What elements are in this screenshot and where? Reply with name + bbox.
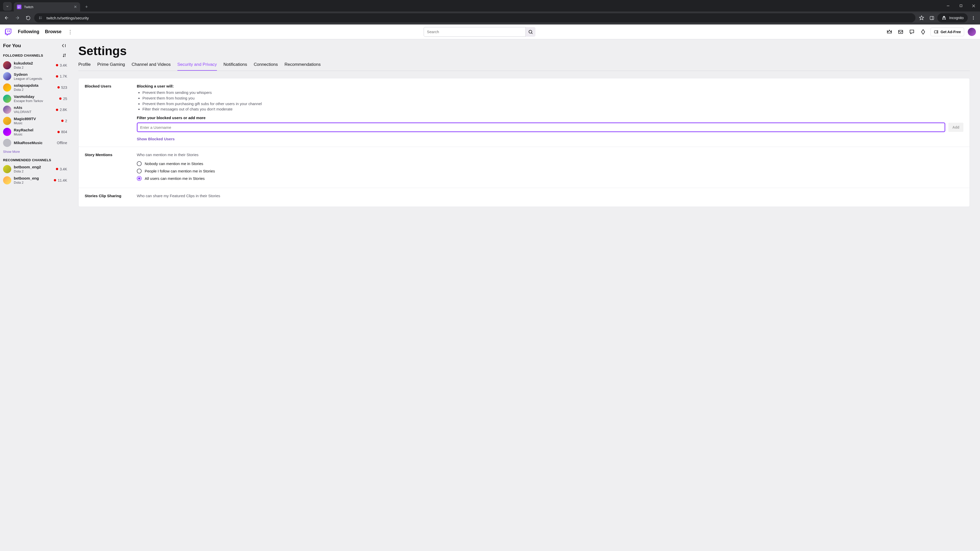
sidebar-collapse-button[interactable] xyxy=(60,42,67,49)
window-maximize-button[interactable] xyxy=(955,0,967,11)
channel-row[interactable]: nAts VALORANT 2.8K xyxy=(3,104,68,115)
prime-loot-icon[interactable] xyxy=(886,28,893,36)
settings-tab-row: ProfilePrime GamingChannel and VideosSec… xyxy=(78,59,970,71)
window-minimize-button[interactable] xyxy=(942,0,955,11)
channel-row[interactable]: solapsapdota Dota 2 523 xyxy=(3,82,68,93)
live-viewer-count: 1.7K xyxy=(56,74,67,78)
twitch-logo[interactable] xyxy=(4,28,12,36)
svg-point-10 xyxy=(973,16,974,17)
settings-tab[interactable]: Security and Privacy xyxy=(177,59,217,71)
story-mention-option[interactable]: Nobody can mention me in Stories xyxy=(137,160,963,167)
window-close-button[interactable] xyxy=(967,0,980,11)
search-button[interactable] xyxy=(526,27,535,37)
twitch-favicon-icon xyxy=(17,5,21,9)
offline-label: Offline xyxy=(57,141,67,145)
radio-label: People I follow can mention me in Storie… xyxy=(145,169,215,173)
svg-rect-1 xyxy=(960,5,962,6)
channel-info: solapsapdota Dota 2 xyxy=(14,83,55,92)
tab-title: Twitch xyxy=(24,5,33,9)
get-ad-free-button[interactable]: Get Ad-Free xyxy=(931,27,964,36)
live-viewer-count: 3.4K xyxy=(56,167,67,171)
side-panel-button[interactable] xyxy=(927,13,936,22)
channel-row[interactable]: MikaRoseMusic Offline xyxy=(3,138,68,148)
svg-rect-16 xyxy=(935,30,937,33)
inbox-icon[interactable] xyxy=(897,28,904,36)
story-mention-option[interactable]: All users can mention me in Stories xyxy=(137,175,963,182)
live-dot-icon xyxy=(61,120,64,122)
nav-reload-button[interactable] xyxy=(24,13,33,22)
settings-tab[interactable]: Connections xyxy=(254,59,278,71)
channel-game: Music xyxy=(14,121,59,125)
svg-point-13 xyxy=(529,30,532,33)
user-avatar[interactable] xyxy=(968,28,976,36)
radio-label: Nobody can mention me in Stories xyxy=(145,162,203,166)
browser-toolbar: twitch.tv/settings/security Incognito xyxy=(0,11,980,24)
whispers-icon[interactable] xyxy=(908,28,916,36)
channel-avatar xyxy=(3,106,11,114)
channel-avatar xyxy=(3,95,11,103)
incognito-indicator[interactable]: Incognito xyxy=(937,13,968,22)
nav-more-button[interactable]: ⋮ xyxy=(67,29,73,35)
svg-rect-15 xyxy=(899,30,903,33)
channel-avatar xyxy=(3,165,11,173)
sidebar-title: For You xyxy=(3,43,21,48)
live-viewer-count: 11.4K xyxy=(54,178,67,183)
tab-search-button[interactable] xyxy=(3,2,12,11)
channel-avatar xyxy=(3,176,11,184)
channel-name: MikaRoseMusic xyxy=(14,141,54,145)
channel-game: Dota 2 xyxy=(14,169,53,173)
channel-info: Sydeon League of Legends xyxy=(14,72,53,81)
settings-tab[interactable]: Prime Gaming xyxy=(97,59,125,71)
browser-tab[interactable]: Twitch ✕ xyxy=(14,2,80,11)
channel-row[interactable]: VanHoliday Escape from Tarkov 25 xyxy=(3,93,68,104)
add-blocked-button[interactable]: Add xyxy=(948,123,963,132)
channel-avatar xyxy=(3,117,11,125)
show-more-link[interactable]: Show More xyxy=(3,148,68,156)
window-controls xyxy=(942,0,980,11)
clip-sharing-label: Stories Clip Sharing xyxy=(85,194,137,201)
site-info-icon[interactable] xyxy=(38,15,43,21)
left-sidebar: For You FOLLOWED CHANNELS kukudota2 Dota… xyxy=(0,39,70,551)
channel-name: nAts xyxy=(14,105,53,110)
svg-point-4 xyxy=(39,17,40,17)
svg-point-11 xyxy=(973,17,974,18)
bits-icon[interactable] xyxy=(919,28,927,36)
channel-row[interactable]: Magic899TV Music 2 xyxy=(3,115,68,127)
sort-followed-button[interactable] xyxy=(62,52,67,58)
nav-back-button[interactable] xyxy=(2,13,11,22)
channel-info: VanHoliday Escape from Tarkov xyxy=(14,94,57,103)
settings-tab[interactable]: Recommendations xyxy=(285,59,321,71)
new-tab-button[interactable]: + xyxy=(83,3,90,11)
nav-following-link[interactable]: Following xyxy=(18,29,39,35)
channel-name: VanHoliday xyxy=(14,94,57,99)
channel-row[interactable]: betboom_eng2 Dota 2 3.4K xyxy=(3,164,68,175)
channel-row[interactable]: Sydeon League of Legends 1.7K xyxy=(3,71,68,82)
close-tab-icon[interactable]: ✕ xyxy=(74,5,77,9)
channel-row[interactable]: kukudota2 Dota 2 3.4K xyxy=(3,60,68,71)
blocked-username-input[interactable] xyxy=(137,122,945,132)
settings-tab[interactable]: Notifications xyxy=(224,59,247,71)
browser-menu-button[interactable] xyxy=(969,13,978,22)
channel-info: Magic899TV Music xyxy=(14,117,59,125)
bookmark-button[interactable] xyxy=(917,13,926,22)
channel-avatar xyxy=(3,61,11,69)
channel-game: Dota 2 xyxy=(14,88,55,92)
settings-tab[interactable]: Profile xyxy=(78,59,91,71)
incognito-label: Incognito xyxy=(949,16,964,20)
channel-game: Music xyxy=(14,132,55,137)
story-mention-option[interactable]: People I follow can mention me in Storie… xyxy=(137,167,963,175)
radio-icon xyxy=(137,161,142,166)
address-bar[interactable]: twitch.tv/settings/security xyxy=(34,13,915,22)
channel-row[interactable]: betboom_eng Dota 2 11.4K xyxy=(3,175,68,186)
settings-tab[interactable]: Channel and Videos xyxy=(132,59,171,71)
search-input[interactable] xyxy=(424,27,526,37)
blocked-users-effects-list: Prevent them from sending you whispersPr… xyxy=(137,90,963,112)
channel-row[interactable]: RayRachel Music 804 xyxy=(3,127,68,138)
show-blocked-users-link[interactable]: Show Blocked Users xyxy=(137,137,963,141)
radio-icon xyxy=(137,168,142,173)
nav-browse-link[interactable]: Browse xyxy=(45,29,62,35)
svg-line-14 xyxy=(531,33,532,34)
channel-avatar xyxy=(3,128,11,136)
live-viewer-count: 25 xyxy=(59,97,67,101)
nav-forward-button[interactable] xyxy=(13,13,22,22)
